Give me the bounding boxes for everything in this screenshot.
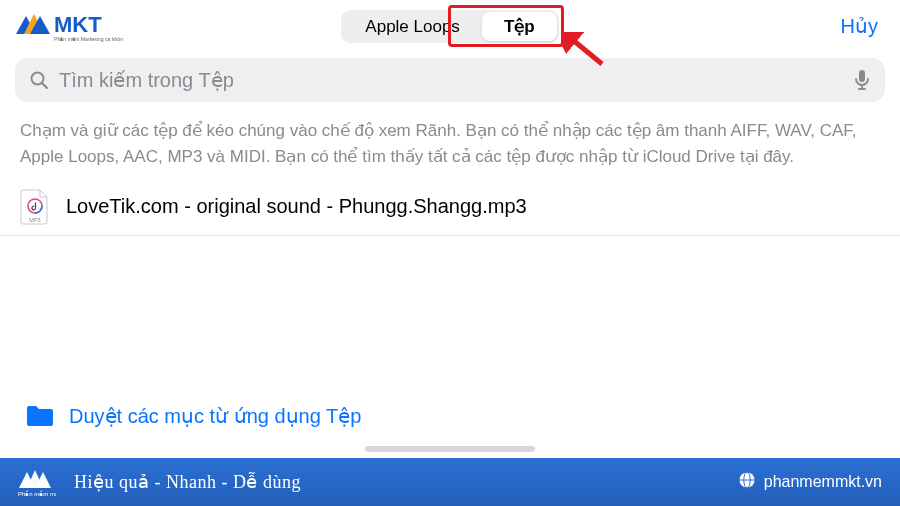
- footer-site[interactable]: phanmemmkt.vn: [738, 471, 882, 493]
- footer-tagline: Hiệu quả - Nhanh - Dễ dùng: [74, 471, 301, 493]
- file-badge-text: MP3: [29, 217, 40, 223]
- globe-icon: [738, 471, 756, 493]
- footer-logo-icon: Phần mềm marketing: [18, 467, 56, 497]
- microphone-icon[interactable]: [853, 69, 871, 91]
- folder-icon: [25, 404, 55, 428]
- brand-logo: MKT Phần mềm Marketing ca khôn: [14, 10, 136, 44]
- file-name-label: LoveTik.com - original sound - Phungg.Sh…: [66, 195, 527, 218]
- mkt-logo-icon: MKT Phần mềm Marketing ca khôn: [14, 10, 136, 44]
- drag-handle[interactable]: [365, 446, 535, 452]
- search-field[interactable]: [15, 58, 885, 102]
- top-bar: MKT Phần mềm Marketing ca khôn Apple Loo…: [0, 0, 900, 52]
- file-row[interactable]: MP3 LoveTik.com - original sound - Phung…: [0, 181, 900, 236]
- cancel-button[interactable]: Hủy: [841, 14, 878, 38]
- help-text: Chạm và giữ các tệp để kéo chúng vào chế…: [0, 112, 900, 181]
- browse-files-label: Duyệt các mục từ ứng dụng Tệp: [69, 404, 361, 428]
- svg-rect-6: [859, 70, 865, 82]
- mp3-file-icon: MP3: [20, 189, 50, 223]
- search-input[interactable]: [59, 69, 843, 92]
- footer-banner: Phần mềm marketing Hiệu quả - Nhanh - Dễ…: [0, 458, 900, 506]
- brand-text: MKT: [54, 12, 102, 37]
- footer-site-label: phanmemmkt.vn: [764, 473, 882, 491]
- tab-files[interactable]: Tệp: [482, 12, 557, 41]
- svg-line-5: [42, 83, 47, 88]
- segmented-control: Apple Loops Tệp: [341, 10, 558, 43]
- brand-tagline: Phần mềm Marketing ca khôn: [54, 36, 123, 42]
- search-container: [0, 52, 900, 112]
- tab-apple-loops[interactable]: Apple Loops: [343, 12, 482, 41]
- browse-files-button[interactable]: Duyệt các mục từ ứng dụng Tệp: [0, 404, 900, 428]
- search-icon: [29, 70, 49, 90]
- svg-text:Phần mềm marketing: Phần mềm marketing: [18, 490, 56, 497]
